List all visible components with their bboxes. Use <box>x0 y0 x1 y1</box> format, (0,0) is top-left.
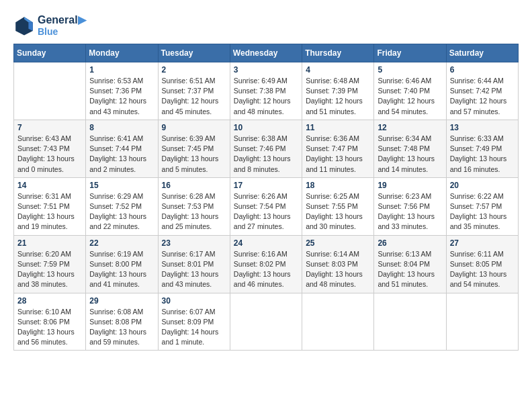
calendar-body: 1Sunrise: 6:53 AMSunset: 7:36 PMDaylight… <box>14 62 519 351</box>
calendar-cell <box>14 62 86 120</box>
day-number: 2 <box>162 65 226 75</box>
calendar-cell: 18Sunrise: 6:25 AMSunset: 7:55 PMDayligh… <box>302 177 374 235</box>
calendar-cell: 12Sunrise: 6:34 AMSunset: 7:48 PMDayligh… <box>374 120 446 177</box>
page-header: General▶ Blue <box>13 13 519 37</box>
day-number: 29 <box>89 296 154 306</box>
day-number: 18 <box>306 181 370 190</box>
calendar-cell: 11Sunrise: 6:36 AMSunset: 7:47 PMDayligh… <box>302 120 374 177</box>
day-number: 24 <box>234 238 298 248</box>
calendar-cell: 9Sunrise: 6:39 AMSunset: 7:45 PMDaylight… <box>158 120 230 177</box>
day-number: 8 <box>89 123 154 132</box>
calendar-week-row: 28Sunrise: 6:10 AMSunset: 8:06 PMDayligh… <box>14 293 519 351</box>
day-info: Sunrise: 6:16 AMSunset: 8:02 PMDaylight:… <box>234 249 298 290</box>
calendar-cell: 15Sunrise: 6:29 AMSunset: 7:52 PMDayligh… <box>86 177 158 235</box>
day-number: 13 <box>450 123 515 132</box>
weekday-header: Sunday <box>14 44 86 62</box>
calendar-cell: 8Sunrise: 6:41 AMSunset: 7:44 PMDaylight… <box>86 120 158 177</box>
day-number: 17 <box>234 181 298 190</box>
day-info: Sunrise: 6:31 AMSunset: 7:51 PMDaylight:… <box>17 191 82 232</box>
calendar-cell: 14Sunrise: 6:31 AMSunset: 7:51 PMDayligh… <box>14 177 86 235</box>
calendar-header: SundayMondayTuesdayWednesdayThursdayFrid… <box>14 44 519 62</box>
calendar-cell: 17Sunrise: 6:26 AMSunset: 7:54 PMDayligh… <box>230 177 302 235</box>
day-number: 28 <box>17 296 82 306</box>
day-number: 14 <box>17 181 82 190</box>
calendar-week-row: 7Sunrise: 6:43 AMSunset: 7:43 PMDaylight… <box>14 120 519 177</box>
day-number: 7 <box>17 123 82 132</box>
day-info: Sunrise: 6:53 AMSunset: 7:36 PMDaylight:… <box>89 76 154 117</box>
day-info: Sunrise: 6:48 AMSunset: 7:39 PMDaylight:… <box>306 76 370 117</box>
day-info: Sunrise: 6:14 AMSunset: 8:03 PMDaylight:… <box>306 249 370 290</box>
day-info: Sunrise: 6:44 AMSunset: 7:42 PMDaylight:… <box>450 76 515 117</box>
calendar-week-row: 21Sunrise: 6:20 AMSunset: 7:59 PMDayligh… <box>14 235 519 293</box>
calendar-cell: 22Sunrise: 6:19 AMSunset: 8:00 PMDayligh… <box>86 235 158 293</box>
calendar-table: SundayMondayTuesdayWednesdayThursdayFrid… <box>13 44 519 351</box>
day-number: 16 <box>162 181 226 190</box>
day-info: Sunrise: 6:36 AMSunset: 7:47 PMDaylight:… <box>306 134 370 175</box>
day-number: 9 <box>162 123 226 132</box>
day-number: 15 <box>89 181 154 190</box>
weekday-header: Wednesday <box>230 44 302 62</box>
day-info: Sunrise: 6:13 AMSunset: 8:04 PMDaylight:… <box>378 249 442 290</box>
day-number: 27 <box>450 238 515 248</box>
calendar-cell: 24Sunrise: 6:16 AMSunset: 8:02 PMDayligh… <box>230 235 302 293</box>
day-number: 4 <box>306 65 370 75</box>
calendar-cell: 21Sunrise: 6:20 AMSunset: 7:59 PMDayligh… <box>14 235 86 293</box>
day-number: 20 <box>450 181 515 190</box>
calendar-cell: 7Sunrise: 6:43 AMSunset: 7:43 PMDaylight… <box>14 120 86 177</box>
calendar-cell: 1Sunrise: 6:53 AMSunset: 7:36 PMDaylight… <box>86 62 158 120</box>
day-number: 23 <box>162 238 226 248</box>
day-number: 21 <box>17 238 82 248</box>
day-info: Sunrise: 6:10 AMSunset: 8:06 PMDaylight:… <box>17 307 82 348</box>
day-info: Sunrise: 6:23 AMSunset: 7:56 PMDaylight:… <box>378 191 442 232</box>
day-info: Sunrise: 6:26 AMSunset: 7:54 PMDaylight:… <box>234 191 298 232</box>
calendar-cell: 25Sunrise: 6:14 AMSunset: 8:03 PMDayligh… <box>302 235 374 293</box>
calendar-cell: 5Sunrise: 6:46 AMSunset: 7:40 PMDaylight… <box>374 62 446 120</box>
day-number: 10 <box>234 123 298 132</box>
calendar-cell: 27Sunrise: 6:11 AMSunset: 8:05 PMDayligh… <box>446 235 518 293</box>
calendar-cell: 16Sunrise: 6:28 AMSunset: 7:53 PMDayligh… <box>158 177 230 235</box>
day-number: 19 <box>378 181 442 190</box>
day-info: Sunrise: 6:28 AMSunset: 7:53 PMDaylight:… <box>162 191 226 232</box>
logo-icon <box>13 15 35 36</box>
day-number: 1 <box>89 65 154 75</box>
day-info: Sunrise: 6:49 AMSunset: 7:38 PMDaylight:… <box>234 76 298 117</box>
calendar-cell: 6Sunrise: 6:44 AMSunset: 7:42 PMDaylight… <box>446 62 518 120</box>
calendar-week-row: 14Sunrise: 6:31 AMSunset: 7:51 PMDayligh… <box>14 177 519 235</box>
day-info: Sunrise: 6:20 AMSunset: 7:59 PMDaylight:… <box>17 249 82 290</box>
day-info: Sunrise: 6:33 AMSunset: 7:49 PMDaylight:… <box>450 134 515 175</box>
day-info: Sunrise: 6:39 AMSunset: 7:45 PMDaylight:… <box>162 134 226 175</box>
day-info: Sunrise: 6:08 AMSunset: 8:08 PMDaylight:… <box>89 307 154 348</box>
day-info: Sunrise: 6:11 AMSunset: 8:05 PMDaylight:… <box>450 249 515 290</box>
calendar-cell: 3Sunrise: 6:49 AMSunset: 7:38 PMDaylight… <box>230 62 302 120</box>
weekday-header: Saturday <box>446 44 518 62</box>
calendar-cell: 13Sunrise: 6:33 AMSunset: 7:49 PMDayligh… <box>446 120 518 177</box>
weekday-header: Friday <box>374 44 446 62</box>
calendar-cell: 26Sunrise: 6:13 AMSunset: 8:04 PMDayligh… <box>374 235 446 293</box>
calendar-week-row: 1Sunrise: 6:53 AMSunset: 7:36 PMDaylight… <box>14 62 519 120</box>
calendar-cell: 29Sunrise: 6:08 AMSunset: 8:08 PMDayligh… <box>86 293 158 351</box>
calendar-cell: 20Sunrise: 6:22 AMSunset: 7:57 PMDayligh… <box>446 177 518 235</box>
day-number: 11 <box>306 123 370 132</box>
day-number: 30 <box>162 296 226 306</box>
calendar-cell: 23Sunrise: 6:17 AMSunset: 8:01 PMDayligh… <box>158 235 230 293</box>
calendar-cell <box>446 293 518 351</box>
day-info: Sunrise: 6:51 AMSunset: 7:37 PMDaylight:… <box>162 76 226 117</box>
day-info: Sunrise: 6:46 AMSunset: 7:40 PMDaylight:… <box>378 76 442 117</box>
calendar-cell: 28Sunrise: 6:10 AMSunset: 8:06 PMDayligh… <box>14 293 86 351</box>
day-number: 3 <box>234 65 298 75</box>
day-info: Sunrise: 6:43 AMSunset: 7:43 PMDaylight:… <box>17 134 82 175</box>
logo-text: General▶ Blue <box>38 13 86 37</box>
day-number: 25 <box>306 238 370 248</box>
day-number: 6 <box>450 65 515 75</box>
day-info: Sunrise: 6:38 AMSunset: 7:46 PMDaylight:… <box>234 134 298 175</box>
calendar-cell: 2Sunrise: 6:51 AMSunset: 7:37 PMDaylight… <box>158 62 230 120</box>
day-info: Sunrise: 6:07 AMSunset: 8:09 PMDaylight:… <box>162 307 226 348</box>
calendar-cell <box>230 293 302 351</box>
day-info: Sunrise: 6:25 AMSunset: 7:55 PMDaylight:… <box>306 191 370 232</box>
day-info: Sunrise: 6:19 AMSunset: 8:00 PMDaylight:… <box>89 249 154 290</box>
weekday-header: Tuesday <box>158 44 230 62</box>
logo: General▶ Blue <box>13 13 86 37</box>
day-info: Sunrise: 6:22 AMSunset: 7:57 PMDaylight:… <box>450 191 515 232</box>
calendar-cell <box>302 293 374 351</box>
day-info: Sunrise: 6:41 AMSunset: 7:44 PMDaylight:… <box>89 134 154 175</box>
